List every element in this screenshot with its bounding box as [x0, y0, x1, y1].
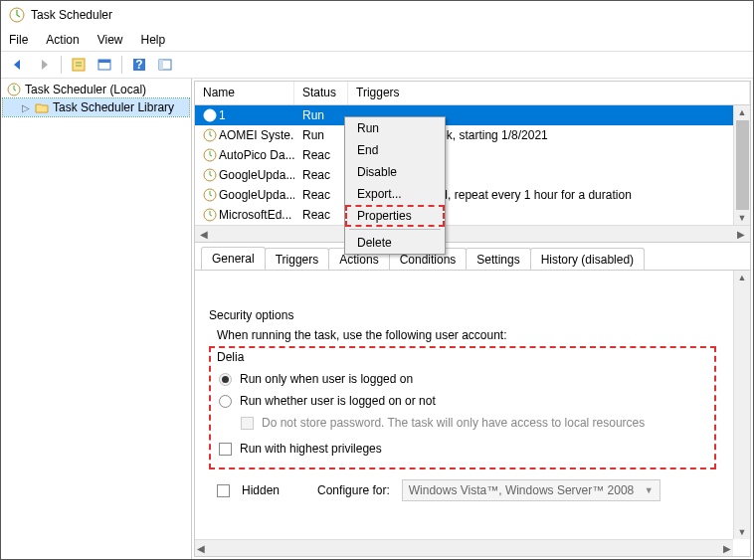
panel-tool-button[interactable] — [154, 54, 176, 76]
help-tool-button[interactable]: ? — [128, 54, 150, 76]
scroll-left-icon[interactable]: ◀ — [197, 543, 205, 554]
configure-for-label: Configure for: — [317, 483, 390, 497]
opt-highest-row: Run with highest privileges — [219, 438, 706, 460]
task-list: Name Status Triggers 1RunAOMEI Syste...R… — [195, 82, 750, 243]
task-status: Reac — [294, 188, 348, 202]
menu-file[interactable]: File — [9, 33, 28, 47]
checkbox-highest-label: Run with highest privileges — [240, 442, 382, 456]
app-icon — [9, 7, 25, 23]
checkbox-nostore-label: Do not store password. The task will onl… — [262, 416, 645, 430]
scroll-up-icon[interactable]: ▲ — [738, 105, 747, 119]
properties-tool-button[interactable] — [94, 54, 115, 76]
menu-help[interactable]: Help — [141, 33, 166, 47]
chevron-down-icon: ▼ — [645, 485, 654, 495]
clock-icon — [203, 128, 217, 142]
forward-button[interactable] — [33, 54, 55, 76]
ctx-delete[interactable]: Delete — [345, 232, 445, 254]
table-row[interactable]: MicrosoftEd...Reac ined — [195, 205, 750, 225]
table-row[interactable]: GoogleUpda...Reac ined — [195, 165, 750, 185]
toolbar: ? — [1, 51, 753, 79]
general-footer: Hidden Configure for: Windows Vista™, Wi… — [209, 469, 736, 511]
configure-for-select[interactable]: Windows Vista™, Windows Server™ 2008 ▼ — [402, 479, 660, 501]
clock-icon — [203, 208, 217, 222]
general-panel: Security options When running the task, … — [195, 270, 750, 556]
folder-icon — [35, 100, 49, 114]
menu-action[interactable]: Action — [46, 33, 79, 47]
svg-text:?: ? — [135, 58, 142, 72]
task-name: AOMEI Syste... — [219, 128, 294, 142]
table-row[interactable]: 1Run — [195, 105, 750, 125]
col-triggers[interactable]: Triggers — [348, 82, 750, 104]
svg-rect-3 — [98, 60, 110, 63]
tab-triggers[interactable]: Triggers — [265, 248, 330, 271]
window-title: Task Scheduler — [31, 8, 112, 22]
table-row[interactable]: AutoPico Da...Reac ay — [195, 145, 750, 165]
checkbox-hidden-label: Hidden — [242, 483, 280, 497]
clock-icon — [203, 108, 217, 122]
expand-icon[interactable]: ▷ — [21, 102, 31, 113]
scroll-down-icon[interactable]: ▼ — [738, 525, 747, 539]
checkbox-hidden[interactable] — [217, 484, 230, 497]
list-header: Name Status Triggers — [195, 82, 750, 105]
svg-rect-7 — [159, 60, 163, 70]
context-menu: Run End Disable Export... Properties Del… — [344, 116, 446, 255]
task-status: Reac — [294, 148, 348, 162]
radio-whether[interactable] — [219, 395, 232, 408]
ctx-run[interactable]: Run — [345, 117, 445, 139]
ctx-separator — [349, 229, 441, 230]
task-name: GoogleUpda... — [219, 188, 294, 202]
scroll-down-icon[interactable]: ▼ — [738, 211, 747, 225]
detail-tabs: General Triggers Actions Conditions Sett… — [195, 243, 750, 270]
svg-rect-1 — [73, 59, 85, 71]
navigation-tree: Task Scheduler (Local) ▷ Task Scheduler … — [1, 79, 192, 559]
clock-icon — [7, 83, 21, 96]
list-body: 1RunAOMEI Syste...Run day of every week,… — [195, 105, 750, 225]
tab-settings[interactable]: Settings — [466, 248, 530, 271]
tab-general[interactable]: General — [201, 247, 266, 270]
col-name[interactable]: Name — [195, 82, 294, 104]
clock-icon — [203, 148, 217, 162]
clock-icon — [203, 168, 217, 182]
ctx-end[interactable]: End — [345, 139, 445, 161]
table-row[interactable]: GoogleUpda...Reac y - After triggered, r… — [195, 185, 750, 205]
security-options-label: Security options — [209, 308, 736, 322]
menu-view[interactable]: View — [97, 33, 123, 47]
checkbox-highest[interactable] — [219, 443, 232, 456]
ctx-export[interactable]: Export... — [345, 183, 445, 205]
configure-for-value: Windows Vista™, Windows Server™ 2008 — [409, 483, 635, 497]
task-status: Run — [294, 108, 348, 122]
toolbar-separator — [121, 56, 122, 74]
ctx-disable[interactable]: Disable — [345, 161, 445, 183]
back-button[interactable] — [7, 54, 29, 76]
title-bar: Task Scheduler — [1, 1, 753, 29]
table-row[interactable]: AOMEI Syste...Run day of every week, sta… — [195, 125, 750, 145]
checkbox-nostore[interactable] — [241, 417, 254, 430]
radio-logged-on[interactable] — [219, 373, 232, 386]
scroll-right-icon[interactable]: ▶ — [723, 543, 731, 554]
scroll-thumb[interactable] — [736, 120, 749, 210]
tab-history[interactable]: History (disabled) — [530, 248, 645, 271]
col-status[interactable]: Status — [294, 82, 348, 104]
panel-vertical-scrollbar[interactable]: ▲ ▼ — [733, 271, 750, 539]
opt-whether-row: Run whether user is logged on or not — [219, 390, 706, 412]
scroll-up-icon[interactable]: ▲ — [738, 271, 747, 284]
task-status: Reac — [294, 208, 348, 222]
panel-horizontal-scrollbar[interactable]: ◀ ▶ — [195, 539, 733, 556]
vertical-scrollbar[interactable]: ▲ ▼ — [733, 105, 750, 225]
radio-whether-label: Run whether user is logged on or not — [240, 394, 436, 408]
task-name: GoogleUpda... — [219, 168, 294, 182]
tree-library[interactable]: ▷ Task Scheduler Library — [3, 98, 189, 116]
refresh-button[interactable] — [68, 54, 90, 76]
horizontal-scrollbar[interactable]: ◀ ▶ — [195, 225, 750, 242]
task-status: Reac — [294, 168, 348, 182]
clock-icon — [203, 188, 217, 202]
tree-root[interactable]: Task Scheduler (Local) — [3, 81, 189, 98]
main-panel: Name Status Triggers 1RunAOMEI Syste...R… — [194, 81, 751, 557]
scroll-left-icon[interactable]: ◀ — [197, 229, 211, 240]
opt-nostore-row: Do not store password. The task will onl… — [219, 412, 706, 434]
radio-logged-on-label: Run only when user is logged on — [240, 372, 413, 386]
scroll-right-icon[interactable]: ▶ — [734, 229, 748, 240]
ctx-properties[interactable]: Properties — [345, 205, 445, 227]
opt-logged-on-row: Run only when user is logged on — [219, 368, 706, 390]
toolbar-separator — [61, 56, 62, 74]
